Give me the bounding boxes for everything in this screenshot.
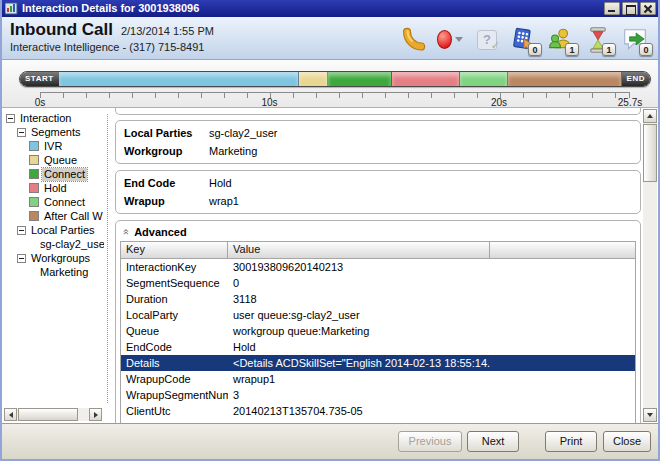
panel-splitter[interactable] — [104, 108, 112, 423]
tree-item-user[interactable]: sg-clay2_user — [2, 237, 104, 251]
details-panel: Local Parties sg-clay2_user Workgroup Ma… — [112, 108, 658, 423]
timeline-segment-connect[interactable] — [328, 72, 392, 86]
tree-item-interaction[interactable]: Interaction — [2, 111, 104, 125]
next-button[interactable]: Next — [467, 431, 519, 452]
tree-item-ivr[interactable]: IVR — [2, 139, 104, 153]
arrow-left-icon — [9, 412, 13, 418]
close-window-button[interactable] — [640, 2, 656, 15]
wrapup-value: wrap1 — [209, 195, 239, 207]
empty-column-header — [490, 242, 635, 258]
previous-button[interactable]: Previous — [398, 431, 462, 452]
tree-item-marketing[interactable]: Marketing — [2, 265, 104, 279]
tree-item-connect2[interactable]: Connect — [2, 195, 104, 209]
scrolled-groupbox-edge — [115, 108, 641, 115]
content-area: Interaction Segments IVR Queue Connect H… — [2, 108, 658, 423]
collapse-icon[interactable] — [6, 114, 15, 123]
collapse-chevron-icon[interactable]: » — [119, 228, 131, 234]
segment-color-swatch — [29, 169, 39, 179]
tree-item-queue[interactable]: Queue — [2, 153, 104, 167]
scroll-down-button[interactable] — [643, 408, 657, 422]
tree-item-workgroups[interactable]: Workgroups — [2, 251, 104, 265]
advanced-section-header[interactable]: » Advanced — [120, 223, 636, 240]
timeline-segment-ivr[interactable] — [59, 72, 300, 86]
table-row[interactable]: Duration3118 — [121, 291, 635, 307]
segment-color-swatch — [29, 197, 39, 207]
table-row[interactable]: WrapupSegmentNumber3 — [121, 387, 635, 403]
table-row[interactable]: EndCodeHold — [121, 339, 635, 355]
timeline-tick-labels: 0s 10s 20s 25.7s — [40, 97, 630, 108]
app-icon — [5, 2, 18, 15]
close-button[interactable]: Close — [603, 431, 651, 452]
segment-color-swatch — [29, 183, 39, 193]
arrow-down-icon — [647, 413, 653, 417]
call-icon[interactable] — [400, 25, 426, 55]
endcode-groupbox: End Code Hold Wrapup wrap1 — [115, 170, 641, 214]
table-row[interactable]: WrapupCodewrapup1 — [121, 371, 635, 387]
wait-time-button[interactable]: 1 — [585, 25, 611, 55]
timeline-segment-connect2[interactable] — [460, 72, 508, 86]
timeline-segment-queue[interactable] — [299, 72, 328, 86]
agents-button[interactable]: 1 — [548, 25, 574, 55]
timeline-bar[interactable]: START END — [19, 71, 651, 87]
tick-label-0s: 0s — [35, 97, 46, 108]
details-vertical-scrollbar[interactable] — [643, 109, 657, 422]
tick-label-20s: 20s — [491, 97, 507, 108]
timeline-segment-acw[interactable] — [508, 72, 622, 86]
scroll-right-button[interactable] — [89, 408, 102, 421]
agents-badge: 1 — [565, 43, 579, 56]
end-code-label: End Code — [124, 177, 209, 189]
maximize-button[interactable] — [622, 2, 638, 15]
table-row[interactable]: InteractionKey300193809620140213 — [121, 259, 635, 275]
local-parties-label: Local Parties — [124, 127, 209, 139]
arrow-right-icon — [94, 412, 98, 418]
call-subtitle: Interactive Intelligence - (317) 715-849… — [10, 41, 400, 53]
wait-time-badge: 1 — [602, 43, 616, 56]
key-column-header[interactable]: Key — [121, 242, 228, 258]
tree-item-local-parties[interactable]: Local Parties — [2, 223, 104, 237]
dialpad-input-button[interactable]: 0 — [511, 25, 537, 55]
scrollbar-thumb[interactable] — [18, 408, 78, 421]
timeline-segment-hold[interactable] — [392, 72, 460, 86]
scroll-up-button[interactable] — [643, 109, 657, 123]
wrapup-label: Wrapup — [124, 195, 209, 207]
interaction-details-window: Interaction Details for 3001938096 Inbou… — [0, 0, 660, 461]
table-row-selected[interactable]: Details<Details ACDSkillSet="English 201… — [121, 355, 635, 371]
table-row[interactable]: Queueworkgroup queue:Marketing — [121, 323, 635, 339]
header-text: Inbound Call 2/13/2014 1:55 PM Interacti… — [10, 20, 400, 59]
scroll-left-button[interactable] — [4, 408, 17, 421]
tick-label-end: 25.7s — [618, 97, 642, 108]
tree-horizontal-scrollbar[interactable] — [4, 408, 102, 421]
table-row[interactable]: SegmentSequence0 — [121, 419, 635, 423]
advanced-key-value-table: Key Value InteractionKey3001938096201402… — [120, 241, 636, 423]
titlebar: Interaction Details for 3001938096 — [2, 0, 658, 17]
timeline-band: START END 0s 10s 20s 25.7s — [2, 60, 658, 108]
record-dropdown-arrow-icon[interactable] — [455, 37, 463, 42]
table-row[interactable]: SegmentSequence0 — [121, 275, 635, 291]
segment-color-swatch — [29, 155, 39, 165]
tick-label-10s: 10s — [261, 97, 277, 108]
print-button[interactable]: Print — [545, 431, 597, 452]
table-row[interactable]: ClientUtc20140213T135704.735-05 — [121, 403, 635, 419]
record-icon — [437, 30, 452, 49]
scrollbar-thumb[interactable] — [643, 124, 657, 182]
tree-item-segments[interactable]: Segments — [2, 125, 104, 139]
collapse-icon[interactable] — [17, 226, 26, 235]
forward-message-button[interactable]: 0 — [622, 25, 648, 55]
toolbar: 0 1 1 — [400, 20, 652, 59]
collapse-icon[interactable] — [17, 254, 26, 263]
advanced-label: Advanced — [134, 226, 187, 238]
review-icon — [477, 30, 497, 50]
window-title: Interaction Details for 3001938096 — [22, 1, 602, 16]
tree-item-hold[interactable]: Hold — [2, 181, 104, 195]
tree-item-after-call-work[interactable]: After Call W — [2, 209, 104, 223]
parties-groupbox: Local Parties sg-clay2_user Workgroup Ma… — [115, 120, 641, 164]
phone-handset-icon — [400, 27, 426, 53]
table-header-row: Key Value — [121, 242, 635, 259]
table-row[interactable]: LocalPartyuser queue:sg-clay2_user — [121, 307, 635, 323]
workgroup-value: Marketing — [209, 145, 257, 157]
collapse-icon[interactable] — [17, 128, 26, 137]
minimize-button[interactable] — [604, 2, 620, 15]
tree-item-connect[interactable]: Connect — [2, 167, 104, 181]
record-button[interactable] — [437, 25, 463, 55]
value-column-header[interactable]: Value — [228, 242, 490, 258]
